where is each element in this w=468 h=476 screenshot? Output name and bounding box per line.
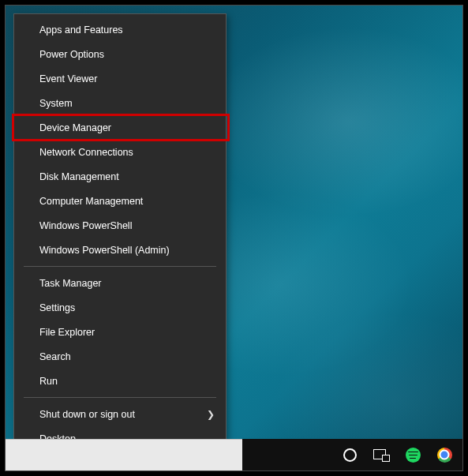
menu-item-label: Computer Management: [39, 196, 143, 207]
menu-item-label: Windows PowerShell: [39, 220, 132, 231]
winx-context-menu: Apps and FeaturesPower OptionsEvent View…: [13, 13, 227, 455]
cortana-circle-icon[interactable]: [341, 446, 358, 463]
menu-event-viewer[interactable]: Event Viewer: [14, 66, 226, 91]
menu-power-options[interactable]: Power Options: [14, 42, 226, 66]
menu-apps-and-features[interactable]: Apps and Features: [14, 17, 226, 42]
task-view-glyph: [373, 449, 389, 460]
menu-run[interactable]: Run: [14, 369, 226, 393]
menu-item-label: File Explorer: [39, 327, 95, 338]
menu-item-label: Disk Management: [39, 171, 119, 182]
taskbar-light-segment: [6, 439, 242, 470]
chevron-right-icon: ❯: [207, 409, 215, 420]
menu-item-label: Run: [39, 376, 58, 387]
menu-item-label: Event Viewer: [39, 73, 97, 84]
circle-icon: [343, 448, 357, 462]
menu-item-label: Windows PowerShell (Admin): [39, 245, 170, 256]
taskbar-icons-area: [242, 439, 462, 470]
menu-computer-management[interactable]: Computer Management: [14, 189, 226, 213]
menu-item-label: Search: [39, 351, 71, 362]
menu-separator: [24, 397, 216, 398]
menu-settings[interactable]: Settings: [14, 295, 226, 320]
menu-device-manager[interactable]: Device Manager: [14, 115, 226, 140]
menu-item-label: Task Manager: [39, 278, 102, 289]
menu-task-manager[interactable]: Task Manager: [14, 271, 226, 295]
chrome-glyph: [437, 448, 452, 463]
menu-file-explorer[interactable]: File Explorer: [14, 320, 226, 344]
chrome-icon[interactable]: [436, 446, 453, 463]
task-view-icon[interactable]: [373, 446, 390, 463]
menu-item-label: Device Manager: [39, 122, 111, 133]
menu-item-label: Power Options: [39, 49, 104, 60]
menu-disk-management[interactable]: Disk Management: [14, 164, 226, 189]
spotify-glyph: [406, 448, 421, 463]
menu-network-connections[interactable]: Network Connections: [14, 140, 226, 164]
menu-separator: [24, 266, 216, 267]
menu-item-label: Shut down or sign out: [39, 409, 135, 420]
desktop-area: Apps and FeaturesPower OptionsEvent View…: [5, 5, 463, 471]
menu-windows-powershell[interactable]: Windows PowerShell: [14, 213, 226, 238]
menu-shutdown-signout[interactable]: Shut down or sign out❯: [14, 402, 226, 426]
menu-item-label: Network Connections: [39, 147, 133, 158]
spotify-icon[interactable]: [404, 446, 421, 463]
menu-system[interactable]: System: [14, 91, 226, 115]
menu-search[interactable]: Search: [14, 344, 226, 369]
menu-item-label: Apps and Features: [39, 24, 123, 36]
menu-windows-powershell-admin[interactable]: Windows PowerShell (Admin): [14, 238, 226, 262]
menu-item-label: System: [39, 98, 73, 109]
menu-item-label: Settings: [39, 302, 75, 313]
taskbar: [6, 439, 462, 470]
